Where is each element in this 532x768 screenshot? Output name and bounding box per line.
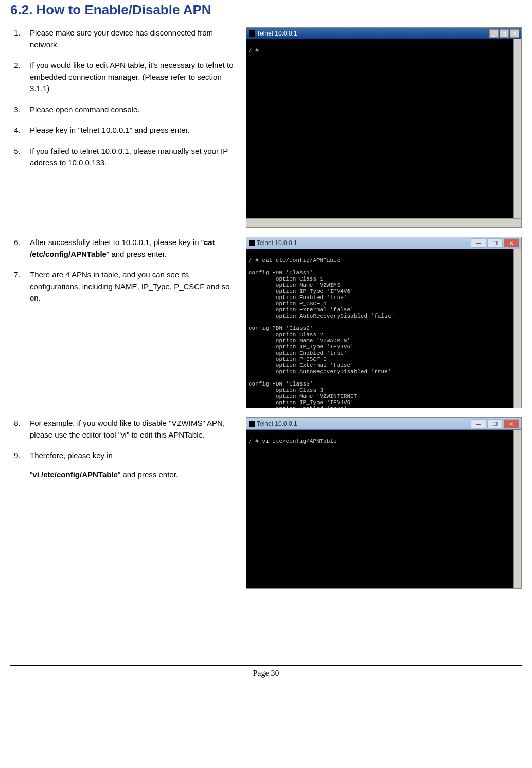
minimize-button[interactable]: — (471, 419, 486, 428)
terminal-body: / # vi etc/config/APNTable (246, 430, 521, 588)
section-heading: 6.2. How to Enable/Disable APN (10, 2, 522, 18)
terminal-window-1: Telnet 10.0.0.1 _ □ × / # (246, 27, 522, 228)
scrollbar[interactable] (513, 430, 521, 588)
terminal-title: Telnet 10.0.0.1 (257, 30, 297, 37)
minimize-button[interactable]: — (471, 238, 486, 248)
window-controls: — ❐ ✕ (471, 238, 519, 248)
terminal-body: / # cat etc/config/APNTable config PDN '… (246, 249, 521, 408)
terminal-title: Telnet 10.0.0.1 (257, 239, 297, 247)
terminal-window-2: Telnet 10.0.0.1 — ❐ ✕ / # cat etc/config… (246, 237, 522, 408)
page-footer: Page 30 (10, 665, 522, 678)
scrollbar[interactable] (513, 249, 521, 408)
step-2: If you would like to edit APN table, it'… (23, 60, 237, 95)
terminal-window-3: Telnet 10.0.0.1 — ❐ ✕ / # vi etc/config/… (246, 417, 522, 589)
maximize-button[interactable]: ❐ (487, 419, 503, 428)
step-8: For example, if you would like to disabl… (23, 417, 237, 441)
step-6: After successfully telnet to 10.0.0.1, p… (23, 237, 237, 260)
step-4: Please key in "telnet 10.0.0.1" and pres… (23, 125, 237, 136)
scrollbar[interactable] (513, 39, 521, 218)
terminal-icon (249, 421, 255, 427)
close-button[interactable]: ✕ (504, 238, 519, 248)
terminal-title: Telnet 10.0.0.1 (257, 420, 297, 427)
close-button[interactable]: × (510, 29, 519, 38)
maximize-button[interactable]: □ (500, 29, 509, 38)
step-3: Please open command console. (23, 104, 237, 116)
status-bar (246, 218, 521, 227)
step-9: Therefore, please key in "vi /etc/config… (23, 450, 237, 480)
maximize-button[interactable]: ❐ (487, 238, 503, 248)
step-5: If you failed to telnet 10.0.0.1, please… (23, 146, 237, 169)
step-1: Please make sure your device has disconn… (23, 27, 237, 50)
terminal-icon (249, 240, 255, 246)
step-7: There are 4 APNs in table, and you can s… (23, 269, 237, 304)
close-button[interactable]: ✕ (504, 419, 519, 428)
window-controls: — ❐ ✕ (471, 419, 519, 428)
terminal-body: / # (246, 39, 521, 218)
terminal-icon (249, 30, 255, 37)
minimize-button[interactable]: _ (489, 29, 499, 38)
window-controls: _ □ × (489, 29, 519, 38)
